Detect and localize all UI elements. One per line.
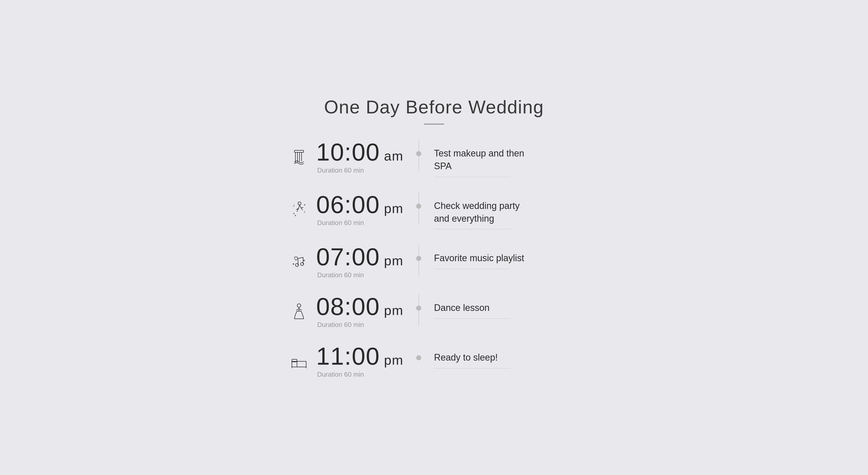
time-block-wedding-party: 06:00 pm Duration 60 min (316, 192, 403, 227)
event-separator-sleep (434, 368, 510, 368)
timeline-item-makeup-spa: 10:00 am Duration 60 min Test makeup and… (281, 140, 587, 192)
time-main-dance-lesson: 08:00 pm (316, 294, 403, 319)
timeline-dot-sleep (416, 355, 421, 360)
svg-point-9 (295, 215, 296, 216)
event-title-wedding-party: Check wedding party and everything (434, 200, 526, 225)
time-ampm-music-playlist: pm (384, 253, 403, 268)
center-axis-makeup-spa (414, 140, 424, 156)
time-block-sleep: 11:00 pm Duration 60 min (316, 344, 403, 379)
timeline-item-music-playlist: 07:00 pm Duration 60 min Favorite music … (281, 245, 587, 294)
center-axis-wedding-party (414, 192, 424, 209)
left-side-wedding-party: ♩ ♪ 06:00 pm Duration 60 min (281, 192, 414, 227)
timeline-item-dance-lesson: 08:00 pm Duration 60 min Dance lesson (281, 294, 587, 344)
duration-label-sleep: Duration 60 min (317, 370, 364, 379)
page-container: One Day Before Wedding 10:00 am Duration… (281, 96, 587, 379)
music-icon (289, 252, 309, 272)
svg-text:♪: ♪ (304, 210, 305, 214)
svg-text:♩: ♩ (293, 203, 295, 207)
timeline: 10:00 am Duration 60 min Test makeup and… (281, 140, 587, 379)
event-separator-music-playlist (434, 269, 510, 269)
dance-icon (289, 301, 309, 322)
time-main-sleep: 11:00 pm (316, 344, 403, 368)
duration-label-dance-lesson: Duration 60 min (317, 321, 364, 329)
title-divider (424, 124, 444, 125)
right-side-dance-lesson: Dance lesson (424, 294, 587, 319)
time-digits-makeup-spa: 10:00 (316, 140, 380, 165)
time-digits-music-playlist: 07:00 (316, 245, 380, 269)
time-digits-sleep: 11:00 (316, 344, 380, 368)
time-main-wedding-party: 06:00 pm (316, 192, 403, 217)
timeline-item-sleep: 11:00 pm Duration 60 min Ready to sleep! (281, 344, 587, 379)
event-title-makeup-spa: Test makeup and then SPA (434, 147, 526, 173)
duration-label-makeup-spa: Duration 60 min (317, 167, 364, 174)
timeline-dot-dance-lesson (416, 305, 421, 310)
page-title: One Day Before Wedding (324, 96, 544, 117)
center-axis-music-playlist (414, 245, 424, 261)
time-main-makeup-spa: 10:00 am (316, 140, 403, 165)
svg-point-8 (293, 213, 294, 214)
right-side-sleep: Ready to sleep! (424, 344, 587, 368)
duration-label-music-playlist: Duration 60 min (317, 271, 364, 279)
left-side-music-playlist: 07:00 pm Duration 60 min (281, 245, 414, 279)
time-digits-wedding-party: 06:00 (316, 192, 380, 217)
timeline-item-wedding-party: ♩ ♪ 06:00 pm Duration 60 min Check weddi… (281, 192, 587, 245)
svg-point-5 (298, 202, 301, 205)
event-separator-dance-lesson (434, 319, 510, 319)
time-block-music-playlist: 07:00 pm Duration 60 min (316, 245, 403, 279)
time-block-dance-lesson: 08:00 pm Duration 60 min (316, 294, 403, 329)
right-side-makeup-spa: Test makeup and then SPA (424, 140, 587, 177)
event-title-music-playlist: Favorite music playlist (434, 252, 526, 265)
svg-point-10 (304, 204, 305, 205)
time-ampm-wedding-party: pm (384, 201, 403, 216)
spa-icon (289, 147, 309, 167)
timeline-dot-makeup-spa (416, 151, 421, 156)
svg-point-17 (297, 304, 301, 307)
time-main-music-playlist: 07:00 pm (316, 245, 403, 269)
timeline-dot-music-playlist (416, 256, 421, 261)
left-side-sleep: 11:00 pm Duration 60 min (281, 344, 414, 379)
left-side-dance-lesson: 08:00 pm Duration 60 min (281, 294, 414, 329)
event-title-dance-lesson: Dance lesson (434, 301, 526, 314)
timeline-dot-wedding-party (416, 204, 421, 209)
time-ampm-makeup-spa: am (384, 148, 403, 164)
sleep-icon (289, 351, 309, 372)
right-side-music-playlist: Favorite music playlist (424, 245, 587, 269)
svg-rect-19 (292, 361, 306, 367)
right-side-wedding-party: Check wedding party and everything (424, 192, 587, 230)
party-icon: ♩ ♪ (289, 199, 309, 220)
left-side-makeup-spa: 10:00 am Duration 60 min (281, 140, 414, 174)
svg-rect-0 (294, 150, 304, 152)
time-digits-dance-lesson: 08:00 (316, 294, 380, 319)
time-block-makeup-spa: 10:00 am Duration 60 min (316, 140, 403, 174)
time-ampm-dance-lesson: pm (384, 303, 403, 318)
duration-label-wedding-party: Duration 60 min (317, 219, 364, 227)
center-axis-sleep (414, 344, 424, 360)
time-ampm-sleep: pm (384, 352, 403, 368)
event-title-sleep: Ready to sleep! (434, 351, 526, 364)
center-axis-dance-lesson (414, 294, 424, 310)
